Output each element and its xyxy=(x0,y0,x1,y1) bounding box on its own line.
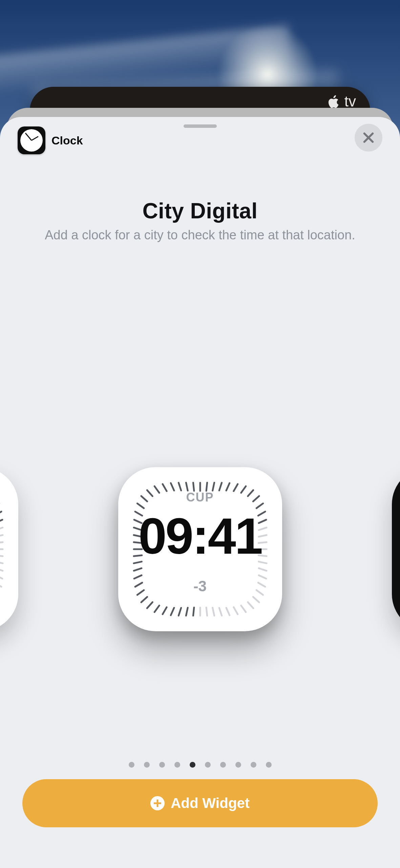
widget-preview-next[interactable] xyxy=(392,467,400,631)
pagination-dot[interactable] xyxy=(129,762,134,768)
app-row: Clock xyxy=(18,126,83,154)
plus-circle-icon xyxy=(150,796,165,810)
city-code-label: CUP xyxy=(186,490,214,505)
city-digital-content: CUP 09:41 -3 xyxy=(118,467,282,631)
widget-picker-sheet: Clock City Digital Add a clock for a cit… xyxy=(0,117,400,868)
offset-label: -3 xyxy=(193,578,207,595)
clock-app-icon xyxy=(18,126,45,154)
widget-title: City Digital xyxy=(14,198,386,223)
add-widget-label: Add Widget xyxy=(171,795,250,811)
pagination-dot[interactable] xyxy=(235,762,241,768)
close-button[interactable] xyxy=(355,124,382,152)
cloud-streak xyxy=(0,25,293,97)
widget-description: Add a clock for a city to check the time… xyxy=(14,227,386,243)
widget-preview-prev[interactable] xyxy=(0,467,18,631)
pagination-dot[interactable] xyxy=(174,762,180,768)
sheet-header: Clock xyxy=(0,126,400,154)
pagination-dot[interactable] xyxy=(251,762,256,768)
pagination-dot[interactable] xyxy=(205,762,211,768)
pagination-dot[interactable] xyxy=(266,762,272,768)
pagination-dot[interactable] xyxy=(159,762,165,768)
pagination-dots[interactable] xyxy=(0,762,400,768)
app-name-label: Clock xyxy=(51,134,83,147)
widget-titles: City Digital Add a clock for a city to c… xyxy=(0,198,400,243)
apple-tv-text: tv xyxy=(344,93,356,110)
add-widget-button[interactable]: Add Widget xyxy=(22,779,378,827)
pagination-dot[interactable] xyxy=(144,762,150,768)
close-icon xyxy=(361,131,376,145)
pagination-dot[interactable] xyxy=(220,762,226,768)
pagination-dot[interactable] xyxy=(190,762,195,768)
apple-tv-logo: tv xyxy=(326,93,356,110)
widget-preview-current[interactable]: CUP 09:41 -3 xyxy=(118,467,282,631)
widget-preview-carousel[interactable]: CUP 09:41 -3 xyxy=(0,243,400,868)
time-label: 09:41 xyxy=(139,511,262,561)
